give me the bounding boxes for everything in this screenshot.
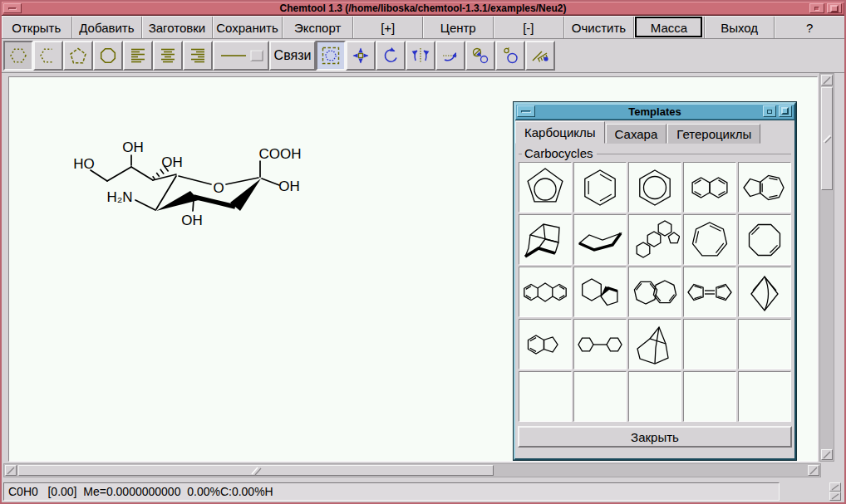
benzene-structure-icon (575, 164, 625, 211)
status-down-button[interactable] (829, 492, 841, 501)
flip-vertical-icon (411, 46, 430, 66)
template-cell-benzene[interactable] (573, 162, 627, 213)
align-right-icon (188, 46, 208, 66)
default-highlight-box (635, 17, 702, 37)
menu-item-label: [-] (523, 21, 534, 35)
minimize-button[interactable] (809, 3, 824, 13)
template-cell-empty[interactable] (628, 371, 681, 422)
status-up-button[interactable] (829, 482, 841, 492)
tab-heterocycles[interactable]: Гетероциклы (667, 124, 760, 144)
tool-move-button[interactable] (346, 41, 376, 71)
template-cell-heptalene[interactable] (628, 267, 681, 317)
tool-rotate-button[interactable] (376, 41, 406, 71)
menu-item-zoom-out[interactable]: [-] (494, 17, 564, 38)
tool-shrink-button[interactable] (465, 41, 495, 71)
template-cell-cyclooctatetraene[interactable] (738, 214, 791, 265)
templates-grid (515, 160, 794, 423)
tool-text-align-center-button[interactable] (153, 41, 183, 71)
vscroll-top-button[interactable] (821, 75, 833, 86)
template-cell-fulvalene[interactable] (683, 267, 736, 317)
indane-structure-icon (520, 321, 570, 368)
template-cell-empty[interactable] (519, 371, 572, 422)
svg-text:O: O (213, 180, 224, 196)
menu-item-open[interactable]: Открыть (2, 17, 72, 38)
tool-text-align-right-button[interactable] (183, 41, 213, 71)
template-cell-norbornadiene[interactable] (738, 267, 791, 317)
horizontal-scrollbar[interactable] (3, 463, 821, 477)
cyclopentadienyl-circle-structure-icon (520, 164, 570, 211)
fulvalene-structure-icon (685, 269, 735, 316)
menu-item-add[interactable]: Добавить (72, 17, 143, 38)
template-cell-indane[interactable] (519, 319, 572, 369)
pentagon-dotted-icon (68, 46, 88, 66)
template-cell-bicyclohexyl[interactable] (573, 319, 627, 369)
tool-text-align-left-button[interactable] (123, 41, 153, 71)
svg-text:HO: HO (73, 156, 95, 172)
menu-item-clear[interactable]: Очистить (564, 17, 635, 38)
menu-item-label: ? (806, 21, 813, 35)
tool-draw-hexagon-button[interactable] (3, 41, 33, 71)
vscroll-thumb[interactable] (821, 87, 833, 190)
templates-group-label: Carbocycles (519, 145, 791, 160)
template-cell-empty[interactable] (573, 371, 627, 422)
fluorene-structure-icon (520, 269, 570, 316)
menu-item-label: Сохранить (216, 21, 278, 35)
bicyclohexyl-structure-icon (575, 321, 625, 368)
enlarge-icon (500, 46, 520, 66)
templates-titlebar[interactable]: Templates (515, 104, 794, 120)
template-cell-empty[interactable] (683, 319, 736, 369)
tool-flip-vertical-button[interactable] (406, 41, 435, 71)
tool-select-region-button[interactable] (316, 41, 346, 71)
menu-item-mass[interactable]: Масса (634, 17, 705, 38)
templates-minimize-button[interactable] (763, 105, 776, 117)
template-cell-benzene-circle[interactable] (628, 162, 681, 213)
tool-bond-style-button[interactable] (213, 41, 269, 71)
hscroll-left-button[interactable] (5, 465, 17, 476)
tab-sugars[interactable]: Сахара (606, 124, 667, 144)
norbornane-structure-icon (630, 321, 680, 368)
hscroll-right-button[interactable] (808, 465, 819, 476)
cyclohexane-chair-structure-icon (575, 217, 625, 263)
hscroll-thumb[interactable] (18, 465, 494, 476)
template-cell-naphthalene[interactable] (683, 162, 736, 213)
menu-item-quit[interactable]: Выход (705, 17, 775, 38)
vertical-scrollbar[interactable] (819, 73, 834, 462)
maximize-button[interactable] (827, 3, 842, 13)
tool-bonds-button[interactable]: Связи (269, 41, 316, 71)
tool-flip-horizontal-button[interactable] (435, 41, 465, 71)
tool-draw-open-hexagon-button[interactable] (33, 41, 63, 71)
menu-item-center[interactable]: Центр (423, 17, 494, 38)
template-cell-steroid[interactable] (628, 214, 681, 265)
template-cell-adamantane[interactable] (519, 214, 572, 265)
templates-maximize-button[interactable] (779, 105, 792, 117)
flip-horizontal-icon (440, 46, 460, 66)
menubar: ОткрытьДобавитьЗаготовкиСохранитьЭкспорт… (2, 16, 844, 39)
tool-draw-pentagon-button[interactable] (63, 41, 93, 71)
templates-close-button[interactable]: Закрыть (518, 426, 792, 448)
tool-cleanup-button[interactable] (525, 41, 555, 71)
adamantane-structure-icon (520, 217, 570, 263)
menu-item-export[interactable]: Экспорт (283, 17, 353, 38)
tab-carbocycles[interactable]: Карбоциклы (515, 121, 605, 144)
menu-item-zoom-in[interactable]: [+] (353, 17, 424, 38)
template-cell-empty[interactable] (683, 371, 736, 422)
template-cell-cycloheptatriene[interactable] (683, 214, 736, 265)
template-cell-empty[interactable] (738, 319, 791, 369)
tool-enlarge-button[interactable] (495, 41, 525, 71)
tool-draw-octagon-button[interactable] (93, 41, 123, 71)
template-cell-fluorene[interactable] (519, 267, 572, 317)
heptalene-structure-icon (630, 269, 680, 316)
vscroll-bottom-button[interactable] (821, 449, 833, 460)
template-cell-spiro-hexane-pentane[interactable] (573, 267, 627, 317)
menu-item-templates[interactable]: Заготовки (142, 17, 213, 38)
menu-item-label: Очистить (572, 21, 626, 35)
template-cell-empty[interactable] (738, 371, 791, 422)
hexagon-open-icon (38, 46, 58, 66)
template-cell-azulene[interactable] (738, 162, 791, 213)
menu-item-save[interactable]: Сохранить (213, 17, 283, 38)
menu-item-help[interactable]: ? (775, 17, 844, 38)
template-cell-cyclohexane-chair[interactable] (573, 214, 627, 265)
template-cell-cyclopentadienyl-circle[interactable] (519, 162, 572, 213)
template-cell-norbornane[interactable] (628, 319, 681, 369)
titlebar[interactable]: Chemtool 1.3 (/home/liboska/chemtool-1.3… (2, 2, 844, 16)
